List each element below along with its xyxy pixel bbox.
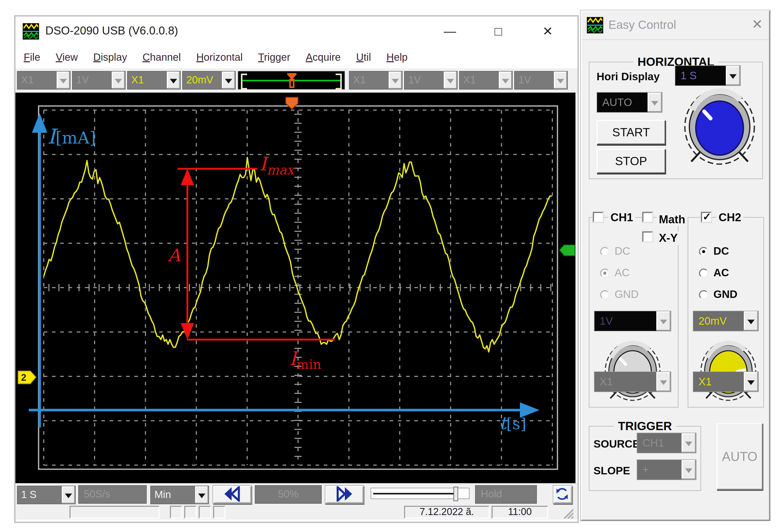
math-checkbox-label: Math [657,213,687,226]
chevron-down-icon [388,72,402,89]
chevron-down-icon [681,433,696,453]
minimize-icon[interactable]: — [439,22,461,41]
ch2-marker-label: 2 [21,372,26,383]
titlebar: DSO-2090 USB (V6.0.0.8) — □ ✕ [15,16,577,46]
xy-checkbox-label: X-Y [657,232,680,245]
trigger-time-marker-icon[interactable] [285,97,299,110]
trigger-level-marker-icon[interactable] [559,244,575,256]
chevron-down-icon[interactable] [726,66,740,86]
trigger-position-widget[interactable] [238,71,345,90]
trigger-marker-icon[interactable] [287,73,297,89]
ch2-volts-dropdown[interactable]: 20mV [182,71,236,90]
close-icon[interactable]: ✕ [536,22,559,41]
chevron-down-icon [56,72,70,89]
resize-grip-icon[interactable] [553,506,573,519]
stop-button[interactable]: STOP [596,149,666,173]
menu-display[interactable]: Display [93,51,127,63]
menu-channel[interactable]: Channel [142,51,181,63]
bottom-toolbar: 1 S 50S/s Min 50% [15,483,577,505]
app-icon [587,17,603,33]
app-icon [23,23,39,40]
chevron-down-icon [656,372,671,392]
refresh-button[interactable] [553,485,572,504]
ch1-ac-radio [600,269,609,278]
amplitude-label: A [168,245,181,265]
ch2-gnd-radio[interactable] [699,290,708,299]
menu-help[interactable]: Help [386,51,408,63]
ch1-volts-dropdown: 1V [72,71,126,90]
left-bracket-icon [241,74,247,90]
timebase-dropdown[interactable]: 1 S [17,486,76,504]
math-checkbox[interactable] [642,212,653,222]
display-mode-dropdown[interactable]: Min [150,486,209,504]
status-panel-small [199,506,211,519]
toolbar: X1 1V X1 20mV [15,69,577,93]
menu-acquire[interactable]: Acquire [306,51,341,63]
chevron-down-icon[interactable] [744,372,758,392]
status-panel-small [213,506,225,519]
status-bar: 7.12.2022 ã. 11:00 [15,505,577,520]
ch2-dc-radio[interactable] [699,247,708,256]
hori-display-dropdown[interactable]: 1 S [675,65,741,86]
scroll-left-button[interactable] [213,485,252,504]
menu-view[interactable]: View [56,51,78,63]
horizontal-group: HORIZONTAL Hori Display 1 S AUTO START S… [589,62,763,179]
menu-file[interactable]: File [24,51,40,63]
slider-thumb[interactable] [453,487,458,501]
double-chevron-right-icon [335,486,354,502]
ch2-dc-label[interactable]: DC [713,245,729,257]
ch1-dc-label: DC [615,245,630,257]
position-slider[interactable] [370,488,469,499]
maximize-icon[interactable]: □ [487,22,510,41]
close-icon[interactable]: ✕ [752,16,763,32]
double-chevron-left-icon [223,486,241,502]
status-panel-small [184,506,197,519]
sample-rate-box: 50S/s [78,485,147,504]
ch2-level-marker[interactable]: 2 [17,371,37,384]
trigger-source-dropdown: CH1 [637,433,696,453]
imin-label: Imin [289,348,321,372]
chevron-down-icon[interactable] [166,72,180,89]
chevron-down-icon[interactable] [221,72,235,89]
chevron-down-icon [111,72,125,89]
red-measurement-annotation [178,169,335,340]
ch2-attenuation-dropdown-easy[interactable]: X1 [693,372,759,392]
ch2-volts-div-dropdown[interactable]: 20mV [693,311,759,331]
ch1-checkbox [593,212,603,222]
menu-trigger[interactable]: Trigger [258,51,290,63]
scroll-right-button[interactable] [325,485,364,504]
ch2-attenuation-dropdown[interactable]: X1 [127,71,181,90]
chevron-down-icon [553,72,567,89]
ch1-dc-radio [600,247,609,256]
ch1-gnd-label: GND [615,288,639,300]
menu-horizontal[interactable]: Horizontal [196,51,243,63]
ch2-ac-label[interactable]: AC [713,267,729,279]
right-bracket-icon [336,74,342,90]
xy-checkbox[interactable] [642,232,653,242]
status-date: 7.12.2022 ã. [404,506,489,519]
ch2-gnd-label[interactable]: GND [713,288,737,300]
menubar: File View Display Channel Horizontal Tri… [15,46,577,69]
chevron-down-icon[interactable] [744,311,758,331]
ch2-checkbox[interactable] [701,212,711,222]
hori-display-label: Hori Display [596,71,660,83]
x-axis-label: t[s] [499,413,526,433]
trigger-slope-dropdown: + [637,459,696,480]
hold-box: Hold [475,485,537,504]
ch1-attenuation-dropdown-easy: X1 [594,372,671,392]
ch2-ac-radio[interactable] [699,269,708,278]
refresh-icon [555,487,569,501]
aux-attenuation-dropdown: X1 [459,71,513,90]
imax-label: Imax [259,153,294,177]
horizontal-knob[interactable] [681,87,758,169]
start-button[interactable]: START [596,120,666,145]
chevron-down-icon[interactable] [195,486,209,504]
chevron-down-icon[interactable] [61,486,75,504]
trigger-group: TRIGGER SOURCE CH1 SLOPE + [589,426,701,491]
y-axis-label: I[mA] [47,125,96,148]
window-title: DSO-2090 USB (V6.0.0.8) [45,24,178,37]
ch1-volts-div-dropdown: 1V [594,311,671,331]
aux-volts-dropdown: 1V [514,71,568,90]
trigger-source-label: SOURCE [593,438,640,450]
menu-util[interactable]: Util [356,51,371,63]
